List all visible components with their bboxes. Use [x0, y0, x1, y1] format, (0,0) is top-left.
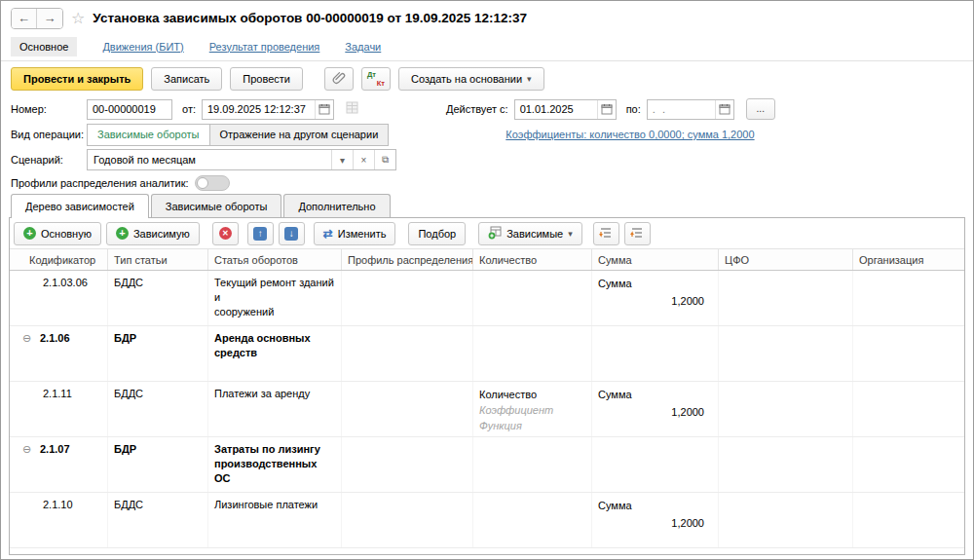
forward-icon: → [44, 11, 56, 25]
calendar-button[interactable] [315, 100, 333, 119]
scenario-clear-button[interactable]: × [353, 150, 374, 169]
add-main-button[interactable]: + Основную [14, 222, 101, 245]
nav-tab-main[interactable]: Основное [11, 37, 77, 56]
edit-button[interactable]: ⇄ Изменить [314, 222, 396, 245]
plus-icon: + [116, 227, 129, 240]
valid-from-input[interactable]: 01.01.2025 [515, 100, 579, 119]
operation-type-label: Вид операции: [11, 129, 87, 140]
dtkt-icon: Дт Кт [367, 71, 385, 87]
toggle-knob-icon [197, 177, 208, 189]
calendar-icon [719, 103, 730, 115]
nav-link-tasks[interactable]: Задачи [345, 41, 381, 53]
tab-dependent-turnovers[interactable]: Зависимые обороты [151, 194, 282, 217]
paperclip-icon [332, 71, 346, 87]
cell-organization [853, 326, 964, 381]
dtkt-button[interactable]: Дт Кт [361, 67, 391, 91]
cell-article-type: БДР [108, 437, 208, 492]
cell-quantity: КоличествоКоэффициентФункция [473, 382, 592, 436]
expand-tree-button[interactable] [593, 222, 619, 245]
cell-codifier: ⊖ 2.1.06 [10, 326, 108, 381]
delete-icon: ✕ [219, 227, 232, 240]
cell-organization [853, 382, 964, 436]
tab-dependency-tree[interactable]: Дерево зависимостей [11, 194, 149, 218]
column-header[interactable]: Кодификатор [10, 249, 108, 270]
delete-row-button[interactable]: ✕ [212, 222, 239, 245]
move-down-button[interactable]: ↓ [279, 222, 305, 245]
cell-quantity [473, 493, 592, 547]
cell-turnover-article: Аренда основныхсредств [208, 326, 342, 381]
scenario-combobox: Годовой по месяцам ▾ × ⧉ [87, 149, 396, 170]
dependency-tree-panel: + Основную + Зависимую ✕ ↑ ↓ ⇄ Изменить … [9, 217, 965, 555]
cell-article-type: БДДС [108, 382, 208, 436]
calendar-icon [601, 103, 613, 115]
cell-article-type: БДДС [108, 271, 208, 325]
coefficients-link[interactable]: Коэффициенты: количество 0,0000; сумма 1… [506, 129, 754, 140]
scenario-input[interactable]: Годовой по месяцам [88, 150, 331, 169]
column-header[interactable]: Сумма [592, 249, 719, 270]
column-header[interactable]: ЦФО [719, 249, 853, 270]
cell-distribution-profile [342, 437, 473, 492]
cell-turnover-article: Лизинговые платежи [208, 493, 342, 547]
cell-cfo [719, 493, 853, 547]
write-button[interactable]: Записать [151, 67, 222, 91]
arrow-up-icon: ↑ [253, 227, 267, 241]
attachments-button[interactable] [324, 67, 354, 91]
valid-from-label: Действует с: [446, 103, 508, 115]
profiles-row: Профили распределения аналитик: [1, 172, 973, 194]
operation-option-dependent[interactable]: Зависимые обороты [87, 124, 210, 146]
move-up-button[interactable]: ↑ [247, 222, 274, 245]
scenario-row: Сценарий: Годовой по месяцам ▾ × ⧉ [1, 147, 973, 172]
valid-to-calendar-button[interactable] [715, 100, 733, 119]
column-header[interactable]: Количество [473, 249, 592, 270]
history-grid-icon [346, 101, 358, 117]
column-header[interactable]: Профиль распределения [342, 249, 473, 270]
table-row[interactable]: ⊖ 2.1.07 БДР Затраты по лизингупроизводс… [10, 437, 964, 493]
collapse-node-icon[interactable]: ⊖ [22, 331, 35, 381]
nav-link-posting-result[interactable]: Результат проведения [209, 41, 320, 53]
back-button[interactable]: ← [12, 9, 37, 28]
nav-link-movements[interactable]: Движения (БИТ) [102, 41, 183, 53]
favorite-star-icon[interactable]: ☆ [71, 11, 85, 26]
forward-button[interactable]: → [37, 9, 62, 28]
profiles-toggle[interactable] [195, 175, 230, 191]
table-row[interactable]: 2.1.03.06 БДДС Текущий ремонт зданий исо… [10, 271, 964, 326]
scenario-open-button[interactable]: ⧉ [374, 150, 395, 169]
column-header[interactable]: Статья оборотов [208, 249, 342, 270]
cell-sum [592, 326, 719, 381]
edit-arrows-icon: ⇄ [323, 227, 333, 241]
post-button[interactable]: Провести [230, 67, 303, 91]
create-based-on-button[interactable]: Создать на основании ▾ [398, 67, 544, 91]
add-dependent-button[interactable]: + Зависимую [106, 222, 200, 245]
cell-organization [853, 493, 964, 547]
tab-additional[interactable]: Дополнительно [283, 194, 390, 217]
valid-to-group: . . [647, 99, 734, 120]
valid-to-input[interactable]: . . [648, 100, 672, 119]
operation-option-other-scenario[interactable]: Отражение на другом сценарии [210, 124, 390, 146]
history-button[interactable] [344, 101, 360, 118]
detail-tabstrip: Дерево зависимостей Зависимые обороты До… [1, 194, 973, 217]
cell-sum [592, 437, 719, 492]
table-row[interactable]: ⊖ 2.1.06 БДР Аренда основныхсредств [10, 326, 964, 382]
table-row[interactable]: 2.1.10 БДДС Лизинговые платежи Сумма1,20… [10, 493, 964, 548]
chevron-down-icon: ▾ [527, 74, 532, 84]
cell-article-type: БДР [108, 326, 208, 381]
date-input[interactable]: 19.09.2025 12:12:37 [203, 100, 311, 119]
column-header[interactable]: Тип статьи [108, 249, 208, 270]
collapse-node-icon[interactable]: ⊖ [22, 442, 35, 492]
collapse-tree-button[interactable] [624, 222, 651, 245]
cell-codifier: ⊖ 2.1.07 [10, 437, 108, 492]
more-options-button[interactable]: ... [746, 98, 775, 120]
number-input[interactable]: 00-00000019 [87, 99, 172, 120]
post-and-close-button[interactable]: Провести и закрыть [11, 67, 143, 91]
number-label: Номер: [11, 103, 87, 115]
history-nav-group: ← → [11, 8, 63, 29]
valid-from-calendar-button[interactable] [597, 100, 616, 119]
cell-cfo [719, 437, 853, 492]
operation-row: Вид операции: Зависимые обороты Отражени… [1, 122, 973, 147]
column-header[interactable]: Организация [853, 249, 964, 270]
dependents-menu-button[interactable]: Зависимые ▾ [478, 222, 582, 245]
cell-distribution-profile [342, 493, 473, 547]
scenario-dropdown-button[interactable]: ▾ [331, 150, 353, 169]
table-row[interactable]: 2.1.11 БДДС Платежи за аренду Количество… [10, 382, 964, 437]
pick-button[interactable]: Подбор [408, 222, 466, 245]
